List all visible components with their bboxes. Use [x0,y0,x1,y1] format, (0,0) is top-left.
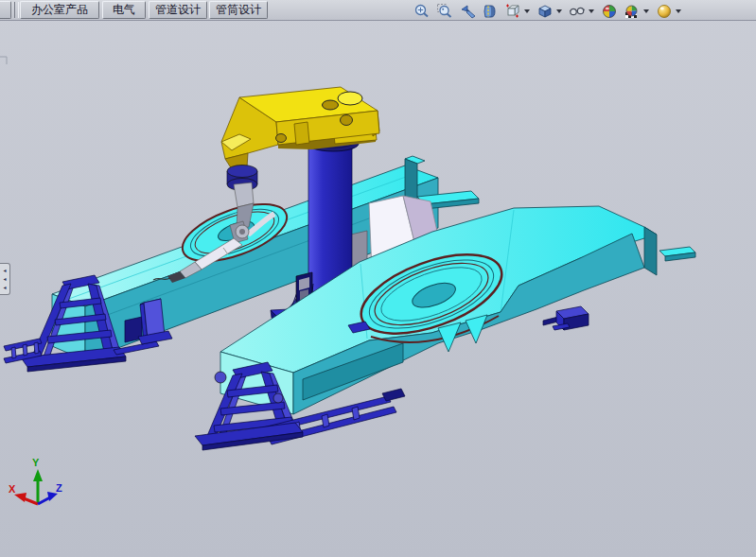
tab-office-products[interactable]: 办公室产品 [20,1,99,19]
viewport-3d[interactable]: Y X Z [0,0,756,557]
command-tab-bar: 估 办公室产品 电气 管道设计 管筒设计 [0,0,756,21]
apply-scene-icon [624,3,641,20]
view-settings-button[interactable] [656,3,673,20]
zoom-to-area-icon [436,3,453,20]
zoom-to-area-button[interactable] [436,3,453,20]
expander-arrow-icon: ◂ [3,284,6,292]
heads-up-view-toolbar [413,2,688,20]
apply-scene-dropdown[interactable] [643,9,649,13]
display-style-icon [536,3,554,20]
tab-partial-clip: 估 [0,0,12,20]
expander-arrow-icon: ◂ [3,267,6,275]
tab-piping-design-label: 管道设计 [155,2,201,18]
previous-view-button[interactable] [459,3,476,20]
hide-show-items-button[interactable] [569,3,586,20]
view-settings-icon [656,3,673,20]
solidworks-window: Y X Z 估 办公室产品 电气 管道设计 管筒设计 [0,0,756,557]
display-style-button[interactable] [536,3,554,20]
tab-separator [14,2,19,18]
y-axis-label: Y [32,457,40,468]
apply-scene-button[interactable] [624,3,641,20]
x-axis-label: X [9,483,16,495]
view-orientation-icon [504,3,521,20]
tab-electrical[interactable]: 电气 [102,1,146,19]
tab-office-products-label: 办公室产品 [31,2,88,18]
previous-view-icon [459,3,476,20]
view-orientation-button[interactable] [504,3,521,20]
tab-electrical-label: 电气 [113,2,135,18]
tab-tubing-design[interactable]: 管筒设计 [209,1,268,19]
tab-partial[interactable]: 估 [0,1,11,19]
view-orientation-dropdown[interactable] [524,9,530,13]
tab-tubing-design-label: 管筒设计 [216,2,261,18]
view-settings-dropdown[interactable] [676,9,681,13]
expander-arrow-icon: ◂ [3,275,6,284]
zoom-to-fit-icon [413,3,431,20]
hide-show-items-icon [569,3,586,20]
display-style-dropdown[interactable] [556,9,562,13]
section-view-button[interactable] [482,3,499,20]
section-view-icon [482,3,499,20]
feature-panel-expander[interactable]: ◂ ◂ ◂ [0,263,10,295]
zoom-to-fit-button[interactable] [413,3,431,20]
tab-piping-design[interactable]: 管道设计 [149,1,207,19]
hide-show-items-dropdown[interactable] [589,9,594,13]
z-axis-label: Z [56,482,62,494]
edit-appearance-button[interactable] [601,3,618,20]
edit-appearance-icon [601,3,618,20]
